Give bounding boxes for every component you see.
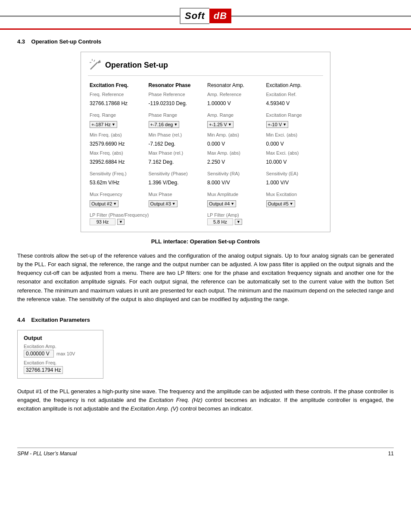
labels-row-3: Min Freq. (abs) Min Phase (rel.) Min Amp… [88, 132, 323, 138]
wand-icon [88, 58, 102, 72]
label-3-2: Min Phase (rel.) [147, 132, 206, 138]
opsetup-title: Operation Set-up [105, 61, 168, 70]
mux-dropdowns-row: Output #2 ▼ Output #3 ▼ Output #4 ▼ Outp… [88, 200, 323, 208]
mux-select-cell-1[interactable]: Output #2 ▼ [88, 200, 147, 208]
body-text-44-italic1: Excitation Freq. (Hz) [149, 397, 202, 403]
lp-left-label: LP Filter (Phase/Frequency) [88, 212, 206, 218]
label-1-2: Phase Reference [147, 91, 206, 97]
value-4-2: 7.162 Deg. [147, 159, 206, 165]
label-3-4: Min Exci. (abs) [265, 132, 324, 138]
mux-arrow-2: ▼ [172, 202, 176, 206]
section-44-number: 4.4 [17, 317, 25, 323]
range-val-4: +-10 V [268, 122, 282, 127]
value-1-2: -119.02310 Deg. [147, 100, 206, 107]
label-2-4: Excitation Range [265, 112, 324, 118]
values-row-1: 32766.17868 Hz -119.02310 Deg. 1.00000 V… [88, 100, 323, 107]
lp-right-label: LP Filter (Amp) [206, 212, 323, 218]
body-text-44-italic2: Excitation Amp. (V) [131, 405, 178, 412]
exc-amp-max: max 10V [56, 351, 75, 356]
operation-setup-box: Operation Set-up Excitation Freq. Resona… [81, 52, 330, 232]
mux-select-cell-2[interactable]: Output #3 ▼ [147, 200, 206, 208]
values-row-4: 32952.6884 Hz 7.162 Deg. 2.250 V 10.000 … [88, 159, 323, 165]
mux-select-cell-4[interactable]: Output #5 ▼ [265, 200, 324, 208]
range-val-2: +-7.16 deg [150, 122, 173, 127]
label-5-4: Sensitivity (EA) [265, 171, 324, 177]
col-headers-row: Excitation Freq. Resonator Phase Resonat… [88, 82, 323, 89]
figure-caption-43: PLL interface: Operation Set-up Controls [17, 238, 394, 245]
labels-row-5: Sensitivity (Freq.) Sensitivity (Phase) … [88, 171, 323, 177]
label-3-3: Min Amp. (abs) [206, 132, 265, 138]
lp-filter-row: LP Filter (Phase/Frequency) 93 Hz ▼ LP F… [88, 212, 323, 226]
label-6-1: Mux Frequency [88, 191, 147, 197]
col-header-2: Resonator Phase [147, 82, 206, 89]
mux-arrow-3: ▼ [230, 202, 234, 206]
section-44: 4.4 Excitation Parameters Output Excitat… [17, 317, 394, 413]
header-line-left [0, 16, 180, 17]
label-1-4: Excitation Ref. [265, 91, 324, 97]
svg-marker-1 [97, 60, 101, 63]
exc-freq-value: 32766.1794 Hz [24, 366, 63, 374]
range-arrow-2: ▼ [174, 122, 177, 127]
exc-amp-row: 0.00000 V max 10V [24, 350, 97, 358]
label-5-3: Sensitivity (RA) [206, 171, 265, 177]
section-44-title: Excitation Parameters [31, 317, 90, 323]
mux-val-4: Output #5 [268, 201, 289, 206]
value-5-3: 8.000 V/V [206, 179, 265, 186]
label-3-1: Min Freq. (abs) [88, 132, 147, 138]
label-4-3: Max Amp. (abs) [206, 150, 265, 156]
mux-val-3: Output #4 [209, 201, 230, 206]
value-3-2: -7.162 Deg. [147, 140, 206, 147]
range-select-cell-4[interactable]: +-10 V ▼ [265, 121, 324, 128]
label-6-2: Mux Phase [147, 191, 206, 197]
values-row-5: 53.62m V/Hz 1.396 V/Deg. 8.000 V/V 1.000… [88, 179, 323, 186]
section-43-heading: 4.3 Operation Set-up Controls [17, 38, 394, 45]
range-dropdowns-row: +-187 Hz ▼ +-7.16 deg ▼ +-1.25 V ▼ +-10 … [88, 121, 323, 128]
range-select-cell-3[interactable]: +-1.25 V ▼ [206, 121, 265, 128]
value-5-4: 1.000 V/V [265, 179, 324, 186]
section-43-number: 4.3 [17, 38, 25, 45]
value-3-4: 0.000 V [265, 140, 324, 147]
label-2-1: Freq. Range [88, 112, 147, 118]
mux-val-1: Output #2 [91, 201, 112, 206]
value-4-4: 10.000 V [265, 159, 324, 165]
section-43-title: Operation Set-up Controls [31, 38, 102, 45]
range-arrow-1: ▼ [112, 122, 115, 127]
range-select-cell-1[interactable]: +-187 Hz ▼ [88, 121, 147, 128]
label-1-3: Amp. Reference [206, 91, 265, 97]
page-header: SoftdB [0, 0, 411, 30]
lp-right-arrow[interactable]: ▼ [235, 219, 242, 225]
col-header-3: Resonator Amp. [206, 82, 265, 89]
exc-amp-label: Excitation Amp. [24, 344, 97, 349]
body-text-44: Output #1 of the PLL generates a high-pu… [17, 387, 394, 413]
footer-left: SPM - PLL User’s Manual [17, 451, 77, 457]
value-4-1: 32952.6884 Hz [88, 159, 147, 165]
values-row-3: 32579.6690 Hz -7.162 Deg. 0.000 V 0.000 … [88, 140, 323, 147]
section-44-heading: 4.4 Excitation Parameters [17, 317, 394, 323]
page-content: 4.3 Operation Set-up Controls Operation … [0, 30, 411, 439]
range-arrow-3: ▼ [228, 122, 232, 127]
labels-row-4: Max Freq. (abs) Max Phase (rel.) Max Amp… [88, 150, 323, 156]
body-text-44-part3: control becomes an indicator. [180, 405, 252, 412]
lp-right-value: 5.8 Hz [207, 218, 233, 225]
label-4-2: Max Phase (rel.) [147, 150, 206, 156]
range-select-cell-2[interactable]: +-7.16 deg ▼ [147, 121, 206, 128]
logo-db: dB [209, 9, 231, 23]
output-box: Output Excitation Amp. 0.00000 V max 10V… [17, 330, 103, 379]
range-val-3: +-1.25 V [209, 122, 227, 127]
col-header-4: Excitation Amp. [265, 82, 324, 89]
label-1-1: Freq. Reference [88, 91, 147, 97]
label-2-2: Phase Range [147, 112, 206, 118]
svg-line-3 [94, 60, 95, 62]
mux-select-cell-3[interactable]: Output #4 ▼ [206, 200, 265, 208]
exc-freq-label: Excitation Freq. [24, 360, 97, 365]
footer-right: 11 [388, 451, 394, 457]
label-6-3: Mux Amplitude [206, 191, 265, 197]
label-4-4: Max Exci. (abs) [265, 150, 324, 156]
opsetup-title-row: Operation Set-up [88, 58, 323, 76]
labels-row-6: Mux Frequency Mux Phase Mux Amplitude Mu… [88, 191, 323, 197]
lp-left-arrow[interactable]: ▼ [117, 219, 125, 225]
labels-row-2: Freq. Range Phase Range Amp. Range Excit… [88, 112, 323, 118]
lp-left-value: 93 Hz [90, 218, 115, 225]
range-arrow-4: ▼ [283, 122, 286, 127]
value-1-1: 32766.17868 Hz [88, 100, 147, 107]
